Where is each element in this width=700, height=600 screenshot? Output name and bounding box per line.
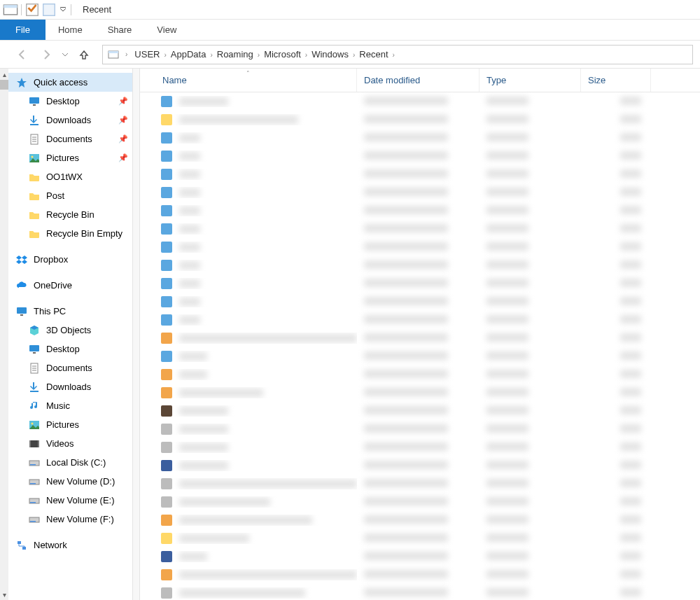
monitor-icon — [15, 305, 28, 318]
sidebar-item[interactable]: OO1tWX — [8, 167, 132, 186]
file-type — [486, 260, 528, 269]
file-row[interactable] — [140, 347, 700, 365]
up-button[interactable] — [74, 45, 94, 64]
file-row[interactable] — [140, 129, 700, 147]
file-row[interactable] — [140, 584, 700, 600]
file-row[interactable] — [140, 92, 700, 111]
file-type — [486, 442, 528, 451]
new-folder-icon[interactable] — [41, 2, 57, 18]
file-row[interactable] — [140, 202, 700, 220]
sidebar-item[interactable]: Music — [8, 396, 132, 415]
file-row[interactable] — [140, 384, 700, 402]
file-row[interactable] — [140, 456, 700, 475]
file-row[interactable] — [140, 547, 700, 566]
sidebar-item-label: New Volume (D:) — [46, 476, 115, 487]
sidebar-item[interactable]: Recycle Bin Empty — [8, 224, 132, 243]
file-row[interactable] — [140, 475, 700, 493]
sidebar-item[interactable]: Local Disk (C:) — [8, 453, 132, 472]
sidebar-item[interactable]: 3D Objects — [8, 321, 132, 340]
sidebar-item[interactable]: New Volume (E:) — [8, 491, 132, 510]
sidebar-item[interactable]: Desktop📌 — [8, 92, 132, 111]
address-bar[interactable]: › USER›AppData›Roaming›Microsoft›Windows… — [102, 45, 693, 64]
download-icon — [28, 381, 41, 393]
breadcrumb-segment[interactable]: Roaming — [216, 49, 255, 60]
file-date — [364, 570, 448, 578]
file-date — [364, 97, 448, 105]
sidebar-item[interactable]: New Volume (D:) — [8, 472, 132, 491]
file-row[interactable] — [140, 511, 700, 529]
file-row[interactable] — [140, 238, 700, 256]
file-row[interactable] — [140, 165, 700, 183]
back-button[interactable] — [13, 45, 32, 64]
sidebar-scrollbar[interactable]: ▴ ▾ — [0, 69, 8, 600]
file-row[interactable] — [140, 147, 700, 165]
file-date — [364, 588, 448, 596]
chevron-right-icon[interactable]: › — [161, 51, 169, 59]
file-size — [620, 515, 641, 524]
breadcrumb-segment[interactable]: Microsoft — [262, 49, 302, 60]
sidebar-item[interactable]: Downloads — [8, 377, 132, 396]
sidebar-item[interactable]: Desktop — [8, 340, 132, 358]
svg-point-27 — [31, 422, 34, 424]
properties-icon[interactable] — [24, 2, 40, 18]
file-row[interactable] — [140, 111, 700, 129]
chevron-right-icon[interactable]: › — [390, 51, 398, 59]
window-title: Recent — [83, 4, 111, 15]
column-header-date[interactable]: Date modified — [357, 69, 479, 92]
file-row[interactable] — [140, 566, 700, 584]
breadcrumb-segment[interactable]: AppData — [169, 49, 208, 60]
chevron-right-icon[interactable]: › — [255, 51, 262, 59]
splitter[interactable] — [133, 69, 140, 600]
forward-button[interactable] — [36, 45, 56, 64]
tab-view[interactable]: View — [144, 20, 189, 40]
column-header-type[interactable]: Type — [479, 69, 581, 92]
sidebar-item[interactable]: New Volume (F:) — [8, 510, 132, 529]
file-row[interactable] — [140, 529, 700, 547]
qat-dropdown-icon[interactable] — [58, 2, 68, 18]
chevron-right-icon[interactable]: › — [207, 51, 215, 59]
sidebar-item[interactable]: Pictures📌 — [8, 148, 132, 167]
sidebar-item-network[interactable]: Network — [8, 536, 132, 554]
column-header-size[interactable]: Size — [581, 69, 651, 92]
explorer-icon[interactable] — [3, 2, 18, 18]
sidebar-item-this-pc[interactable]: This PC — [8, 302, 132, 321]
chevron-right-icon[interactable]: › — [350, 51, 358, 59]
sidebar-item[interactable]: Documents📌 — [8, 130, 132, 148]
column-header-name[interactable]: Name ˄ — [140, 69, 357, 92]
recent-locations-dropdown[interactable] — [60, 45, 70, 64]
sidebar-item[interactable]: Downloads📌 — [8, 111, 132, 130]
sidebar-item[interactable]: Videos — [8, 434, 132, 453]
sidebar-item-label: Downloads — [46, 115, 91, 125]
sidebar-item[interactable]: Recycle Bin — [8, 205, 132, 224]
file-row[interactable] — [140, 220, 700, 238]
breadcrumb-segment[interactable]: Recent — [358, 49, 389, 60]
breadcrumb-segment[interactable]: USER — [133, 49, 161, 60]
file-row[interactable] — [140, 365, 700, 384]
file-type — [486, 351, 528, 360]
tab-file[interactable]: File — [0, 20, 46, 40]
file-type — [486, 151, 528, 160]
file-row[interactable] — [140, 438, 700, 456]
file-row[interactable] — [140, 183, 700, 202]
tab-share[interactable]: Share — [95, 20, 145, 40]
sidebar-item-onedrive[interactable]: OneDrive — [8, 276, 132, 295]
sidebar-item-quick-access[interactable]: Quick access — [8, 73, 132, 92]
file-type — [486, 224, 528, 232]
chevron-right-icon[interactable]: › — [122, 50, 130, 58]
file-row[interactable] — [140, 293, 700, 311]
file-row[interactable] — [140, 402, 700, 420]
file-row[interactable] — [140, 420, 700, 438]
file-row[interactable] — [140, 311, 700, 329]
tab-home[interactable]: Home — [46, 20, 95, 40]
file-row[interactable] — [140, 329, 700, 347]
sidebar-item[interactable]: Documents — [8, 358, 132, 377]
sidebar-item[interactable]: Post — [8, 186, 132, 205]
breadcrumb-segment[interactable]: Windows — [310, 49, 350, 60]
sidebar-item-dropbox[interactable]: Dropbox — [8, 250, 132, 269]
file-row[interactable] — [140, 274, 700, 293]
chevron-right-icon[interactable]: › — [302, 51, 310, 59]
file-row[interactable] — [140, 493, 700, 511]
file-type — [486, 388, 528, 396]
sidebar-item[interactable]: Pictures — [8, 415, 132, 434]
file-row[interactable] — [140, 256, 700, 274]
